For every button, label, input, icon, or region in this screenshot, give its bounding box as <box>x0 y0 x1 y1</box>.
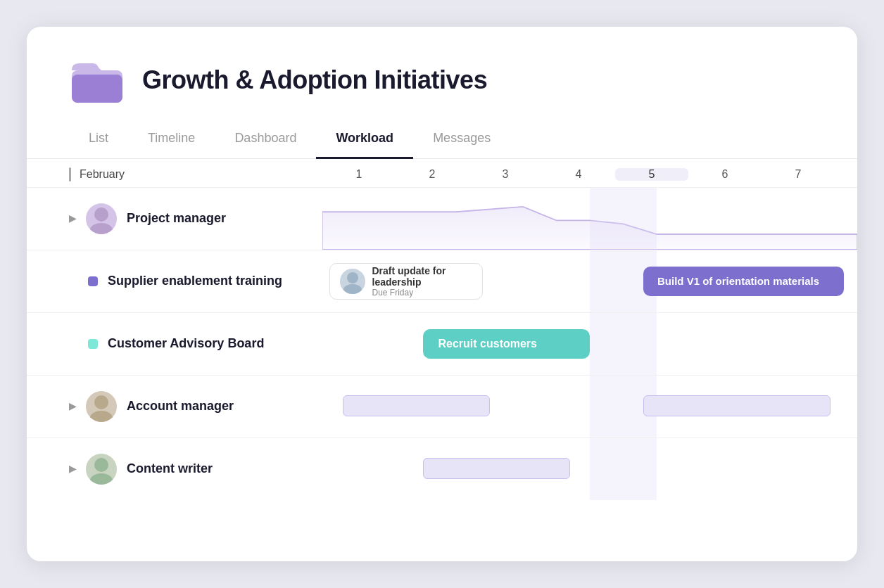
tabs-nav: List Timeline Dashboard Workload Message… <box>27 122 857 159</box>
expand-icon-pm[interactable]: ▶ <box>69 213 76 224</box>
tab-list[interactable]: List <box>69 122 128 159</box>
svg-rect-1 <box>72 75 122 103</box>
workload-area: February 1 2 3 4 5 6 7 8 ▶ Project man <box>27 159 857 500</box>
project-title: Growth & Adoption Initiatives <box>142 65 487 95</box>
cw-bar-1 <box>423 458 570 479</box>
tab-timeline[interactable]: Timeline <box>128 122 215 159</box>
main-card: Growth & Adoption Initiatives List Timel… <box>27 27 857 561</box>
pm-name: Project manager <box>127 211 226 226</box>
timeline-header: February 1 2 3 4 5 6 7 8 <box>27 159 857 188</box>
date-1: 1 <box>322 168 396 181</box>
row-content-writer: ▶ Content writer <box>27 438 857 500</box>
row-label-am: ▶ Account manager <box>27 391 322 422</box>
gantt-pm <box>322 188 857 250</box>
avatar-am <box>86 391 117 422</box>
recruit-chip[interactable]: Recruit customers <box>423 329 591 359</box>
date-7: 7 <box>762 168 835 181</box>
dates-row: 1 2 3 4 5 6 7 8 <box>322 168 857 181</box>
tab-dashboard[interactable]: Dashboard <box>215 122 316 159</box>
cw-name: Content writer <box>127 461 213 476</box>
gantt-am <box>322 376 857 437</box>
month-label: February <box>69 167 322 181</box>
draft-title: Draft update for leadership <box>372 265 473 288</box>
am-bar-2 <box>643 395 831 416</box>
expand-icon-cw[interactable]: ▶ <box>69 464 76 474</box>
am-name: Account manager <box>127 399 234 414</box>
row-cab: Customer Advisory Board Recruit customer… <box>27 313 857 376</box>
date-6: 6 <box>688 168 762 181</box>
gantt-cw <box>322 438 857 500</box>
row-supplier: Supplier enablement training Draft updat… <box>27 250 857 313</box>
row-label-cab: Customer Advisory Board <box>27 336 322 351</box>
draft-sub: Due Friday <box>372 288 473 298</box>
label-col-header: February <box>27 167 322 181</box>
svg-point-5 <box>343 284 362 294</box>
supplier-name: Supplier enablement training <box>108 274 282 288</box>
row-label-supplier: Supplier enablement training <box>27 274 322 288</box>
date-2: 2 <box>396 168 469 181</box>
project-header: Growth & Adoption Initiatives <box>27 55 857 122</box>
build-chip[interactable]: Build V1 of orientation materials <box>643 267 844 296</box>
date-3: 3 <box>469 168 542 181</box>
draft-chip[interactable]: Draft update for leadership Due Friday <box>329 263 484 300</box>
svg-point-7 <box>90 411 113 422</box>
svg-point-6 <box>94 395 108 409</box>
tab-messages[interactable]: Messages <box>413 122 510 159</box>
expand-icon-am[interactable]: ▶ <box>69 401 76 411</box>
svg-point-2 <box>94 207 108 222</box>
row-account-manager: ▶ Account manager <box>27 376 857 438</box>
row-label-pm: ▶ Project manager <box>27 203 322 234</box>
cab-color-dot <box>88 339 98 349</box>
folder-icon <box>69 55 125 106</box>
avatar-pm <box>86 203 117 234</box>
svg-point-8 <box>94 458 108 472</box>
avatar-cw <box>86 454 117 485</box>
cab-name: Customer Advisory Board <box>108 336 264 351</box>
date-4: 4 <box>542 168 615 181</box>
tab-workload[interactable]: Workload <box>316 122 413 159</box>
date-8: 8 <box>835 168 857 181</box>
chip-avatar-supplier <box>340 269 365 294</box>
supplier-color-dot <box>88 276 98 286</box>
svg-point-4 <box>347 272 358 283</box>
am-bar-1 <box>343 395 490 416</box>
gantt-cab: Recruit customers <box>322 313 857 375</box>
workload-chart-pm <box>322 188 857 250</box>
svg-point-9 <box>90 473 113 485</box>
row-label-cw: ▶ Content writer <box>27 454 322 485</box>
gantt-supplier: Draft update for leadership Due Friday B… <box>322 250 857 312</box>
row-project-manager: ▶ Project manager <box>27 188 857 250</box>
date-5: 5 <box>615 168 688 181</box>
svg-point-3 <box>90 223 113 234</box>
